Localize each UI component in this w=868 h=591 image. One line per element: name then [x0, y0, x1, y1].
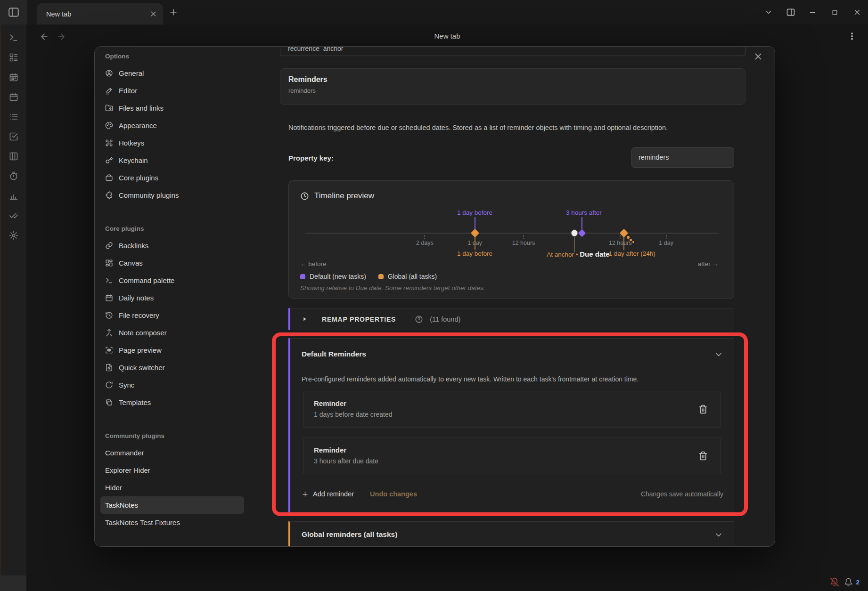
trash-icon [698, 405, 708, 414]
settings-nav-label: Files and links [119, 104, 164, 112]
settings-nav-label: Editor [119, 87, 137, 95]
pencil-icon [105, 87, 113, 95]
notifications-bell-icon[interactable] [844, 578, 853, 587]
rail-item[interactable] [9, 73, 18, 82]
settings-nav-item[interactable]: Keychain [100, 152, 244, 169]
collapse-section-button[interactable] [714, 350, 723, 359]
recurrence-anchor-value: recurrence_anchor [288, 46, 344, 52]
settings-nav-item[interactable]: Appearance [100, 117, 244, 134]
tab-list-button[interactable] [764, 8, 773, 16]
calendar-days-icon [9, 73, 18, 82]
settings-nav-label: Keychain [119, 156, 148, 164]
timeline-preview-card: Timeline preview 2 days 1 day 12 [288, 180, 734, 299]
terminal-icon [9, 33, 18, 42]
settings-nav-item[interactable]: Community plugins [100, 186, 244, 204]
settings-nav-item[interactable]: Editor [100, 82, 244, 99]
status-corner: 2 [830, 577, 860, 587]
marker-top-label: 3 hours after [566, 209, 602, 216]
settings-icon [9, 231, 18, 240]
delete-reminder-button[interactable] [695, 448, 711, 464]
rail-item[interactable] [9, 92, 18, 102]
recurrence-anchor-field[interactable]: recurrence_anchor [280, 46, 745, 56]
maximize-button[interactable] [831, 9, 838, 16]
rail-item[interactable] [9, 191, 18, 201]
rail-item[interactable] [9, 132, 18, 141]
help-circle-icon[interactable] [415, 315, 423, 324]
trail-dot [630, 239, 632, 241]
remap-properties-section[interactable]: REMAP PROPERTIES (11 found) [288, 308, 734, 330]
rail-item[interactable] [9, 53, 18, 62]
legend-label: Global (all tasks) [388, 273, 437, 280]
settings-nav-item[interactable]: Backlinks [100, 237, 244, 254]
delete-reminder-button[interactable] [695, 401, 711, 417]
notifications-muted-icon[interactable] [830, 577, 839, 587]
rail-item[interactable] [9, 231, 18, 240]
property-key-input[interactable]: reminders [631, 147, 734, 168]
history-icon [105, 311, 113, 319]
settings-nav-item[interactable]: TaskNotes Test Fixtures [100, 514, 244, 531]
settings-nav-item[interactable]: Command palette [100, 272, 244, 289]
layout-list-icon [9, 53, 18, 62]
settings-nav-item[interactable]: Explorer Hider [100, 461, 244, 479]
marker-bottom-label: 1 day before [457, 250, 492, 257]
reminders-card-subtitle: reminders [288, 87, 737, 94]
tab-new-tab[interactable]: New tab [37, 3, 163, 24]
timeline-title: Timeline preview [314, 191, 374, 201]
settings-nav-label: Hider [105, 484, 122, 492]
reminder-title: Reminder [314, 446, 710, 454]
settings-nav-item[interactable]: File recovery [100, 307, 244, 324]
rail-item[interactable] [9, 211, 18, 220]
rail-item[interactable] [9, 171, 18, 181]
titlebar: New tab [0, 0, 868, 24]
settings-nav-item[interactable]: Hider [100, 479, 244, 496]
settings-nav-item[interactable]: Hotkeys [100, 134, 244, 152]
new-tab-button[interactable] [169, 8, 178, 17]
tick-mark [666, 235, 667, 239]
remap-title: REMAP PROPERTIES [322, 316, 396, 323]
settings-nav-item[interactable]: Core plugins [100, 169, 244, 186]
minimize-button[interactable] [809, 8, 817, 16]
tab-title: New tab [46, 10, 149, 18]
trail-dot [627, 236, 630, 239]
window-close-button[interactable] [853, 8, 861, 16]
settings-nav-item[interactable]: Quick switcher [100, 359, 244, 376]
settings-nav-item[interactable]: Templates [100, 394, 244, 411]
autosave-label: Changes save automatically [641, 490, 723, 498]
settings-nav-item[interactable]: Note composer [100, 324, 244, 341]
rail-item[interactable] [9, 33, 18, 42]
marker-top-label: 1 day before [457, 209, 492, 216]
rail-item[interactable] [9, 112, 18, 121]
settings-nav-label: Core plugins [119, 174, 158, 182]
settings-nav-item[interactable]: TaskNotes [100, 496, 244, 514]
settings-nav-item[interactable]: Page preview [100, 341, 244, 359]
scan-eye-icon [105, 346, 113, 354]
key-icon [105, 156, 113, 164]
calendar-icon [105, 294, 113, 302]
tab-close-icon[interactable] [149, 10, 157, 18]
legend-item: Global (all tasks) [378, 273, 437, 280]
diamond-marker [578, 229, 586, 237]
undo-changes-button[interactable]: Undo changes [370, 490, 417, 498]
settings-nav-item[interactable]: Canvas [100, 254, 244, 272]
settings-nav-label: Explorer Hider [105, 466, 150, 474]
community-plugins-header: Community plugins [105, 430, 239, 441]
settings-nav-item[interactable]: Files and links [100, 99, 244, 117]
settings-nav-item[interactable]: General [100, 65, 244, 82]
trail-dot [632, 241, 634, 243]
settings-nav-label: Appearance [119, 121, 157, 130]
modal-close-button[interactable] [753, 51, 763, 62]
palette-icon [105, 121, 113, 130]
right-sidebar-toggle-button[interactable] [786, 8, 795, 17]
trash-icon [698, 451, 708, 461]
collapse-section-button[interactable] [714, 530, 723, 540]
sidebar-toggle-button[interactable] [0, 0, 27, 24]
reminders-setting-card: Reminders reminders [280, 68, 745, 105]
rail-item[interactable] [9, 152, 18, 161]
more-options-button[interactable] [847, 32, 857, 41]
settings-nav-item[interactable]: Daily notes [100, 289, 244, 307]
global-reminders-title: Global reminders (all tasks) [302, 530, 397, 539]
settings-nav-item[interactable]: Commander [100, 444, 244, 461]
add-reminder-button[interactable]: Add reminder [302, 490, 354, 498]
legend-label: Default (new tasks) [310, 273, 366, 280]
settings-nav-item[interactable]: Sync [100, 376, 244, 394]
